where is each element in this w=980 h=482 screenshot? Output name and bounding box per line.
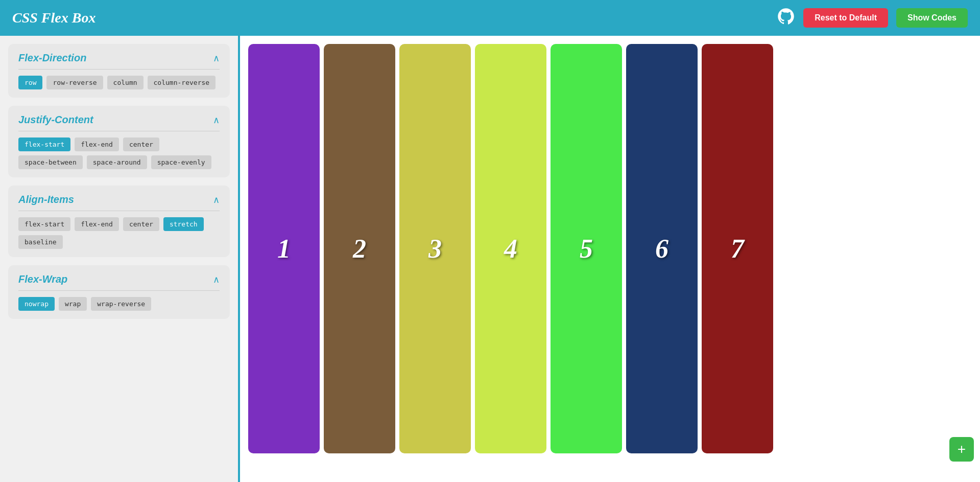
chevron-icon-align-items[interactable]: ∧: [213, 194, 220, 205]
option-flex-direction-column[interactable]: column: [107, 76, 144, 89]
flex-item-2: 2: [324, 44, 395, 453]
section-flex-direction: Flex-Direction∧rowrow-reversecolumncolum…: [8, 44, 230, 98]
header-actions: Reset to Default Show Codes: [777, 7, 968, 29]
option-justify-content-flex-end[interactable]: flex-end: [75, 137, 119, 151]
option-justify-content-space-between[interactable]: space-between: [18, 155, 83, 169]
options-row-justify-content: flex-startflex-endcenterspace-betweenspa…: [18, 137, 220, 169]
section-title-flex-direction: Flex-Direction: [18, 52, 86, 64]
option-align-items-flex-start[interactable]: flex-start: [18, 217, 70, 231]
show-codes-button[interactable]: Show Codes: [896, 8, 968, 28]
option-flex-direction-row-reverse[interactable]: row-reverse: [46, 76, 103, 89]
option-flex-wrap-nowrap[interactable]: nowrap: [18, 297, 55, 311]
chevron-icon-flex-wrap[interactable]: ∧: [213, 274, 220, 285]
sidebar: Flex-Direction∧rowrow-reversecolumncolum…: [0, 36, 240, 482]
options-row-flex-direction: rowrow-reversecolumncolumn-reverse: [18, 76, 220, 89]
add-item-button[interactable]: +: [949, 437, 974, 462]
section-header-justify-content: Justify-Content∧: [18, 114, 220, 131]
section-justify-content: Justify-Content∧flex-startflex-endcenter…: [8, 106, 230, 177]
section-title-align-items: Align-Items: [18, 194, 74, 205]
option-align-items-stretch[interactable]: stretch: [163, 217, 204, 231]
section-header-flex-direction: Flex-Direction∧: [18, 52, 220, 70]
section-title-flex-wrap: Flex-Wrap: [18, 273, 67, 285]
reset-button[interactable]: Reset to Default: [803, 8, 888, 28]
flex-container: 1234567: [246, 42, 974, 455]
option-align-items-flex-end[interactable]: flex-end: [75, 217, 119, 231]
chevron-icon-justify-content[interactable]: ∧: [213, 114, 220, 126]
flex-item-5: 5: [551, 44, 622, 453]
option-align-items-baseline[interactable]: baseline: [18, 235, 63, 249]
option-justify-content-flex-start[interactable]: flex-start: [18, 137, 70, 151]
section-flex-wrap: Flex-Wrap∧nowrapwrapwrap-reverse: [8, 265, 230, 319]
option-flex-direction-column-reverse[interactable]: column-reverse: [148, 76, 216, 89]
section-align-items: Align-Items∧flex-startflex-endcenterstre…: [8, 186, 230, 257]
flex-item-7: 7: [702, 44, 773, 453]
option-flex-wrap-wrap[interactable]: wrap: [59, 297, 87, 311]
option-flex-direction-row[interactable]: row: [18, 76, 42, 89]
github-icon[interactable]: [777, 7, 795, 29]
main-layout: Flex-Direction∧rowrow-reversecolumncolum…: [0, 36, 980, 482]
section-title-justify-content: Justify-Content: [18, 114, 93, 126]
option-justify-content-space-evenly[interactable]: space-evenly: [151, 155, 211, 169]
canvas-area: 1234567 +: [240, 36, 980, 482]
option-justify-content-space-around[interactable]: space-around: [87, 155, 147, 169]
app-title: CSS Flex Box: [12, 10, 95, 26]
chevron-icon-flex-direction[interactable]: ∧: [213, 53, 220, 64]
header: CSS Flex Box Reset to Default Show Codes: [0, 0, 980, 36]
flex-item-4: 4: [475, 44, 546, 453]
option-justify-content-center[interactable]: center: [123, 137, 159, 151]
flex-item-6: 6: [626, 44, 698, 453]
option-flex-wrap-wrap-reverse[interactable]: wrap-reverse: [91, 297, 151, 311]
options-row-flex-wrap: nowrapwrapwrap-reverse: [18, 297, 220, 311]
section-header-flex-wrap: Flex-Wrap∧: [18, 273, 220, 291]
section-header-align-items: Align-Items∧: [18, 194, 220, 211]
options-row-align-items: flex-startflex-endcenterstretchbaseline: [18, 217, 220, 249]
option-align-items-center[interactable]: center: [123, 217, 159, 231]
flex-item-3: 3: [399, 44, 471, 453]
flex-item-1: 1: [248, 44, 320, 453]
